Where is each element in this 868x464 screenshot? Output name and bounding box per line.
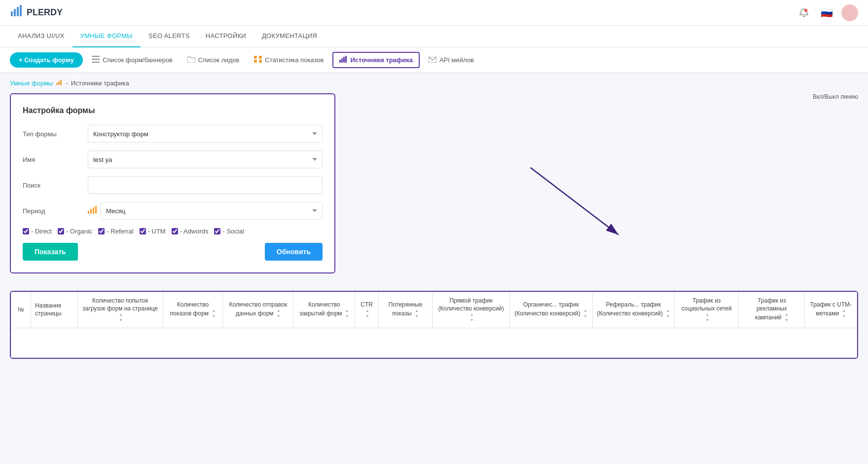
name-label: Имя (23, 156, 82, 163)
table-row-empty (11, 328, 857, 357)
svg-rect-23 (95, 206, 97, 214)
period-select[interactable]: День Неделя Месяц Год (101, 202, 323, 220)
user-avatar-button[interactable] (841, 4, 858, 21)
checkbox-adwords-label: - Adwords (180, 228, 209, 235)
logo: PLERDY (10, 4, 63, 21)
period-chart-icon (88, 206, 97, 216)
checkbox-utm[interactable]: - UTM (140, 228, 166, 235)
sub-nav-api-mail-label: API мейлов (439, 56, 474, 64)
nav-item-docs[interactable]: ДОКУМЕНТАЦИЯ (254, 26, 325, 47)
sort-icon-closed-count: ▲▼ (345, 309, 349, 319)
breadcrumb: Умные формы - Источники трафика (0, 73, 868, 93)
sort-icon-ctr: ▲▼ (365, 309, 369, 319)
sort-icon-social: ▲▼ (705, 312, 709, 323)
content-area: Настройка формы Тип формы Конструктор фо… (0, 93, 868, 291)
breadcrumb-separator: - (66, 79, 68, 87)
list-icon (92, 56, 100, 64)
form-type-select[interactable]: Конструктор форм Баннер (88, 125, 323, 143)
language-selector-button[interactable]: 🇷🇺 (819, 5, 834, 21)
arrow-annotation (345, 113, 858, 281)
svg-rect-2 (17, 7, 19, 16)
checkbox-utm-label: - UTM (148, 228, 166, 235)
col-utm-traffic[interactable]: Трафик с UTM-метками ▲▼ (805, 292, 857, 328)
checkbox-social-label: - Social (222, 228, 244, 235)
svg-rect-10 (254, 60, 257, 63)
svg-rect-13 (341, 58, 343, 63)
col-direct-traffic[interactable]: Прямой трафик (Количество конверсий) ▲▼ (433, 292, 510, 328)
checkbox-adwords[interactable]: - Adwords (172, 228, 209, 235)
form-panel-title: Настройка формы (23, 106, 323, 115)
sort-icon-direct: ▲▼ (470, 312, 474, 323)
logo-text: PLERDY (27, 7, 63, 18)
form-actions: Показать Обновить (23, 243, 323, 261)
col-social-traffic[interactable]: Трафик из социальных сетей ▲▼ (675, 292, 739, 328)
top-right-actions: 🇷🇺 (796, 4, 858, 21)
checkbox-social[interactable]: - Social (214, 228, 244, 235)
create-form-button[interactable]: + Создать форму (10, 52, 83, 68)
checkbox-social-input[interactable] (214, 228, 220, 234)
sub-nav-leads-list-label: Список лидов (198, 56, 239, 64)
period-controls: День Неделя Месяц Год (88, 202, 323, 220)
svg-rect-8 (254, 56, 257, 59)
checkbox-referral-label: - Referral (107, 228, 133, 235)
sub-nav-show-stats[interactable]: Статистика показов (248, 53, 329, 67)
svg-rect-9 (259, 56, 262, 59)
sub-nav-api-mail[interactable]: API мейлов (423, 53, 480, 67)
sub-nav-forms-list[interactable]: Список форм/баннеров (86, 53, 179, 67)
name-select[interactable]: test ya (88, 151, 323, 168)
col-ads-traffic[interactable]: Трафик из рекламных кампаний ▲▼ (739, 292, 805, 328)
grid-icon (254, 56, 262, 64)
period-row: Период День Неделя Месяц Год (23, 202, 323, 220)
breadcrumb-current: Источники трафика (71, 79, 129, 87)
svg-rect-5 (92, 56, 100, 57)
checkbox-organic[interactable]: - Organic (58, 228, 92, 235)
col-show-count[interactable]: Количество показов форм ▲▼ (163, 292, 223, 328)
checkbox-organic-input[interactable] (58, 228, 64, 234)
sort-icon-organic: ▲▼ (583, 309, 587, 319)
sub-nav-leads-list[interactable]: Список лидов (181, 53, 245, 67)
bar-chart-icon (339, 56, 347, 64)
sort-icon-utm: ▲▼ (842, 309, 846, 319)
traffic-table: № Название страницы Количество попыток з… (11, 292, 857, 358)
nav-item-ui-ux[interactable]: АНАЛИЗ UI/UX (10, 26, 72, 47)
sub-nav-traffic-sources-label: Источники трафика (350, 56, 413, 64)
chart-area: Вкл/Выкл линию (345, 93, 858, 281)
checkbox-direct-input[interactable] (23, 228, 29, 234)
breadcrumb-icon (56, 79, 63, 87)
col-send-count[interactable]: Количество отправок данных форм ▲▼ (223, 292, 293, 328)
checkbox-adwords-input[interactable] (172, 228, 178, 234)
col-ctr[interactable]: CTR ▲▼ (355, 292, 379, 328)
checkbox-referral-input[interactable] (98, 228, 105, 234)
data-table-section: № Название страницы Количество попыток з… (10, 291, 858, 359)
col-lost[interactable]: Потерянные показы ▲▼ (378, 292, 432, 328)
checkbox-direct[interactable]: - Direct (23, 228, 52, 235)
sort-icon-show-count: ▲▼ (212, 309, 216, 319)
notification-bell-button[interactable] (796, 5, 812, 21)
sub-nav-traffic-sources[interactable]: Источники трафика (332, 52, 420, 68)
col-referral-traffic[interactable]: Рефераль... трафик (Количество конверсий… (592, 292, 675, 328)
search-row: Поиск (23, 176, 323, 194)
col-closed-count[interactable]: Количество закрытий форм ▲▼ (293, 292, 355, 328)
svg-rect-18 (58, 81, 60, 85)
top-bar: PLERDY 🇷🇺 (0, 0, 868, 26)
nav-item-smart-forms[interactable]: УМНЫЕ ФОРМЫ (72, 26, 141, 47)
name-row: Имя test ya (23, 151, 323, 168)
form-type-label: Тип формы (23, 130, 82, 138)
col-page: Название страницы (31, 292, 78, 328)
nav-item-seo-alerts[interactable]: SEO ALERTS (141, 26, 198, 47)
svg-rect-14 (343, 57, 345, 63)
svg-rect-17 (56, 83, 58, 85)
checkbox-utm-input[interactable] (140, 228, 146, 234)
search-label: Поиск (23, 182, 82, 189)
checkbox-referral[interactable]: - Referral (98, 228, 133, 235)
search-input[interactable] (88, 176, 323, 194)
refresh-button[interactable]: Обновить (265, 243, 323, 261)
col-organic-traffic[interactable]: Органичес... трафик (Количество конверси… (509, 292, 592, 328)
checkbox-organic-label: - Organic (66, 228, 92, 235)
main-navigation: АНАЛИЗ UI/UX УМНЫЕ ФОРМЫ SEO ALERTS НАСТ… (0, 26, 868, 47)
breadcrumb-parent-link[interactable]: Умные формы (10, 79, 53, 87)
nav-item-settings[interactable]: НАСТРОЙКИ (198, 26, 254, 47)
toggle-line-button[interactable]: Вкл/Выкл линию (813, 93, 858, 100)
col-form-loads[interactable]: Количество попыток загрузок форм на стра… (77, 292, 163, 328)
show-button[interactable]: Показать (23, 243, 78, 261)
